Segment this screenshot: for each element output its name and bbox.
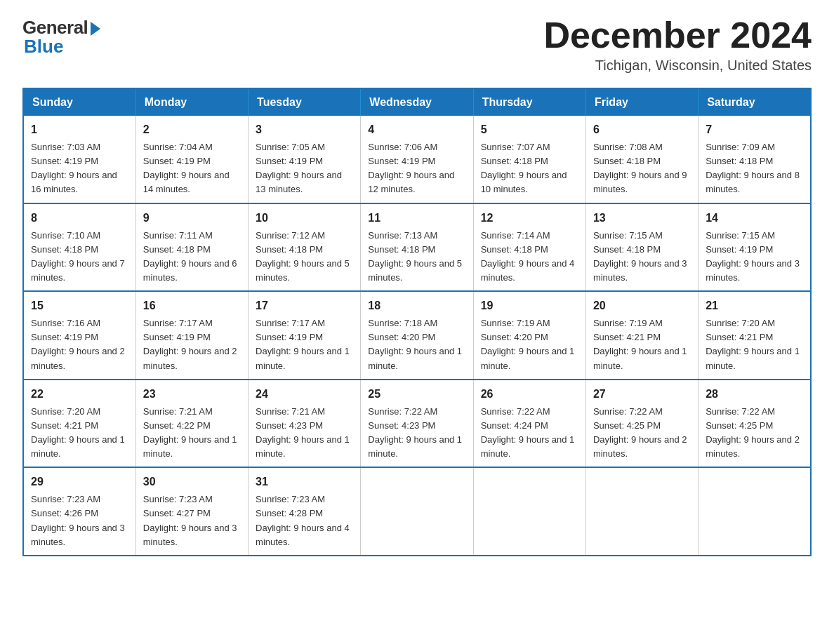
week-row-1: 1 Sunrise: 7:03 AMSunset: 4:19 PMDayligh… [23,116,811,203]
week-row-3: 15 Sunrise: 7:16 AMSunset: 4:19 PMDaylig… [23,291,811,380]
calendar-cell [361,467,473,556]
calendar-table: SundayMondayTuesdayWednesdayThursdayFrid… [22,88,812,556]
day-number: 2 [143,121,241,138]
day-info: Sunrise: 7:17 AMSunset: 4:19 PMDaylight:… [143,318,237,370]
week-row-5: 29 Sunrise: 7:23 AMSunset: 4:26 PMDaylig… [23,467,811,556]
day-info: Sunrise: 7:11 AMSunset: 4:18 PMDaylight:… [143,230,237,283]
calendar-cell: 29 Sunrise: 7:23 AMSunset: 4:26 PMDaylig… [23,467,135,556]
header-saturday: Saturday [699,88,811,116]
weekday-header-row: SundayMondayTuesdayWednesdayThursdayFrid… [23,88,811,116]
calendar-cell: 17 Sunrise: 7:17 AMSunset: 4:19 PMDaylig… [249,291,361,380]
day-info: Sunrise: 7:16 AMSunset: 4:19 PMDaylight:… [31,318,125,370]
calendar-cell: 22 Sunrise: 7:20 AMSunset: 4:21 PMDaylig… [23,380,135,468]
calendar-body: 1 Sunrise: 7:03 AMSunset: 4:19 PMDayligh… [23,116,811,556]
calendar-cell: 13 Sunrise: 7:15 AMSunset: 4:18 PMDaylig… [585,203,698,292]
calendar-cell: 1 Sunrise: 7:03 AMSunset: 4:19 PMDayligh… [23,116,135,203]
day-info: Sunrise: 7:18 AMSunset: 4:20 PMDaylight:… [368,318,462,370]
day-info: Sunrise: 7:23 AMSunset: 4:26 PMDaylight:… [31,494,125,546]
calendar-cell: 15 Sunrise: 7:16 AMSunset: 4:19 PMDaylig… [23,291,135,380]
header-thursday: Thursday [473,88,585,116]
header-tuesday: Tuesday [249,88,361,116]
day-number: 31 [256,474,353,490]
day-number: 22 [31,386,128,403]
week-row-4: 22 Sunrise: 7:20 AMSunset: 4:21 PMDaylig… [23,380,811,468]
calendar-cell: 12 Sunrise: 7:14 AMSunset: 4:18 PMDaylig… [473,203,585,292]
day-info: Sunrise: 7:22 AMSunset: 4:25 PMDaylight:… [706,406,800,459]
calendar-cell: 31 Sunrise: 7:23 AMSunset: 4:28 PMDaylig… [249,467,361,556]
day-number: 13 [593,210,691,227]
week-row-2: 8 Sunrise: 7:10 AMSunset: 4:18 PMDayligh… [23,203,811,292]
day-number: 4 [368,121,465,138]
day-info: Sunrise: 7:22 AMSunset: 4:25 PMDaylight:… [593,406,687,459]
calendar-cell: 5 Sunrise: 7:07 AMSunset: 4:18 PMDayligh… [473,116,585,203]
day-info: Sunrise: 7:19 AMSunset: 4:20 PMDaylight:… [481,318,575,370]
day-info: Sunrise: 7:12 AMSunset: 4:18 PMDaylight:… [256,230,350,283]
calendar-cell [473,467,585,556]
day-info: Sunrise: 7:04 AMSunset: 4:19 PMDaylight:… [143,142,230,194]
calendar-cell: 25 Sunrise: 7:22 AMSunset: 4:23 PMDaylig… [361,380,473,468]
day-info: Sunrise: 7:17 AMSunset: 4:19 PMDaylight:… [256,318,350,370]
day-info: Sunrise: 7:05 AMSunset: 4:19 PMDaylight:… [256,142,342,194]
day-info: Sunrise: 7:14 AMSunset: 4:18 PMDaylight:… [481,230,575,283]
day-number: 16 [143,297,241,314]
logo-arrow-icon [91,22,100,36]
day-info: Sunrise: 7:21 AMSunset: 4:23 PMDaylight:… [256,406,350,459]
day-number: 27 [593,386,691,403]
calendar-cell: 11 Sunrise: 7:13 AMSunset: 4:18 PMDaylig… [361,203,473,292]
day-number: 14 [706,210,803,227]
day-info: Sunrise: 7:20 AMSunset: 4:21 PMDaylight:… [31,406,125,459]
calendar-header: SundayMondayTuesdayWednesdayThursdayFrid… [23,88,811,116]
day-number: 23 [143,386,241,403]
calendar-cell: 6 Sunrise: 7:08 AMSunset: 4:18 PMDayligh… [585,116,698,203]
day-info: Sunrise: 7:20 AMSunset: 4:21 PMDaylight:… [706,318,800,370]
calendar-cell: 26 Sunrise: 7:22 AMSunset: 4:24 PMDaylig… [473,380,585,468]
day-number: 1 [31,121,128,138]
month-title: December 2024 [543,17,812,53]
calendar-cell: 28 Sunrise: 7:22 AMSunset: 4:25 PMDaylig… [699,380,811,468]
day-number: 8 [31,210,128,227]
day-info: Sunrise: 7:15 AMSunset: 4:19 PMDaylight:… [706,230,800,283]
day-number: 24 [256,386,353,403]
calendar-cell: 18 Sunrise: 7:18 AMSunset: 4:20 PMDaylig… [361,291,473,380]
day-number: 17 [256,297,353,314]
day-number: 5 [481,121,578,138]
day-info: Sunrise: 7:15 AMSunset: 4:18 PMDaylight:… [593,230,687,283]
day-info: Sunrise: 7:10 AMSunset: 4:18 PMDaylight:… [31,230,125,283]
day-number: 11 [368,210,465,227]
day-info: Sunrise: 7:07 AMSunset: 4:18 PMDaylight:… [481,142,567,194]
calendar-cell: 30 Sunrise: 7:23 AMSunset: 4:27 PMDaylig… [135,467,248,556]
day-info: Sunrise: 7:09 AMSunset: 4:18 PMDaylight:… [706,142,800,194]
header-friday: Friday [585,88,698,116]
day-info: Sunrise: 7:06 AMSunset: 4:19 PMDaylight:… [368,142,454,194]
calendar-cell: 9 Sunrise: 7:11 AMSunset: 4:18 PMDayligh… [135,203,248,292]
day-number: 21 [706,297,803,314]
day-info: Sunrise: 7:23 AMSunset: 4:27 PMDaylight:… [143,494,237,546]
day-info: Sunrise: 7:19 AMSunset: 4:21 PMDaylight:… [593,318,687,370]
calendar-cell: 4 Sunrise: 7:06 AMSunset: 4:19 PMDayligh… [361,116,473,203]
day-number: 7 [706,121,803,138]
day-number: 26 [481,386,578,403]
day-number: 28 [706,386,803,403]
calendar-cell: 23 Sunrise: 7:21 AMSunset: 4:22 PMDaylig… [135,380,248,468]
calendar-cell: 24 Sunrise: 7:21 AMSunset: 4:23 PMDaylig… [249,380,361,468]
calendar-cell: 16 Sunrise: 7:17 AMSunset: 4:19 PMDaylig… [135,291,248,380]
calendar-cell: 20 Sunrise: 7:19 AMSunset: 4:21 PMDaylig… [585,291,698,380]
calendar-cell: 3 Sunrise: 7:05 AMSunset: 4:19 PMDayligh… [249,116,361,203]
calendar-cell: 14 Sunrise: 7:15 AMSunset: 4:19 PMDaylig… [699,203,811,292]
title-area: December 2024 Tichigan, Wisconsin, Unite… [543,17,812,74]
day-info: Sunrise: 7:22 AMSunset: 4:24 PMDaylight:… [481,406,575,459]
page-header: General Blue December 2024 Tichigan, Wis… [22,17,812,74]
calendar-cell: 8 Sunrise: 7:10 AMSunset: 4:18 PMDayligh… [23,203,135,292]
calendar-cell: 21 Sunrise: 7:20 AMSunset: 4:21 PMDaylig… [699,291,811,380]
logo: General Blue [22,17,100,58]
calendar-cell: 19 Sunrise: 7:19 AMSunset: 4:20 PMDaylig… [473,291,585,380]
day-number: 9 [143,210,241,227]
day-number: 19 [481,297,578,314]
header-monday: Monday [135,88,248,116]
day-number: 10 [256,210,353,227]
day-number: 30 [143,474,241,490]
header-sunday: Sunday [23,88,135,116]
day-info: Sunrise: 7:23 AMSunset: 4:28 PMDaylight:… [256,494,350,546]
day-info: Sunrise: 7:21 AMSunset: 4:22 PMDaylight:… [143,406,237,459]
day-number: 29 [31,474,128,490]
